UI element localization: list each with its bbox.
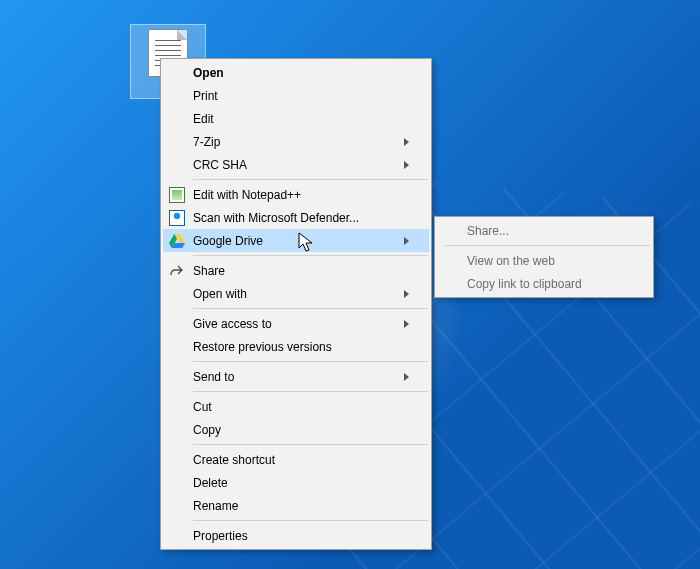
chevron-right-icon	[404, 237, 409, 245]
menu-open-with[interactable]: Open with	[163, 282, 429, 305]
menu-separator	[193, 520, 428, 521]
submenu-share-label: Share...	[467, 224, 631, 238]
chevron-right-icon	[404, 138, 409, 146]
menu-create-shortcut-label: Create shortcut	[193, 453, 409, 467]
menu-restore-prev-label: Restore previous versions	[193, 340, 409, 354]
chevron-right-icon	[404, 161, 409, 169]
chevron-right-icon	[404, 290, 409, 298]
menu-scan-defender[interactable]: Scan with Microsoft Defender...	[163, 206, 429, 229]
menu-crcsha[interactable]: CRC SHA	[163, 153, 429, 176]
menu-properties-label: Properties	[193, 529, 409, 543]
menu-separator	[193, 179, 428, 180]
menu-google-drive-label: Google Drive	[193, 234, 404, 248]
menu-copy[interactable]: Copy	[163, 418, 429, 441]
chevron-right-icon	[404, 320, 409, 328]
submenu-copy-link-label: Copy link to clipboard	[467, 277, 631, 291]
submenu-view-web-label: View on the web	[467, 254, 631, 268]
menu-separator	[193, 444, 428, 445]
menu-edit-label: Edit	[193, 112, 409, 126]
menu-crcsha-label: CRC SHA	[193, 158, 404, 172]
menu-rename[interactable]: Rename	[163, 494, 429, 517]
submenu-view-web[interactable]: View on the web	[437, 249, 651, 272]
defender-icon	[169, 210, 185, 226]
menu-google-drive[interactable]: Google Drive	[163, 229, 429, 252]
menu-edit-notepadpp[interactable]: Edit with Notepad++	[163, 183, 429, 206]
menu-create-shortcut[interactable]: Create shortcut	[163, 448, 429, 471]
submenu-share[interactable]: Share...	[437, 219, 651, 242]
menu-separator	[193, 255, 428, 256]
menu-delete-label: Delete	[193, 476, 409, 490]
menu-open-with-label: Open with	[193, 287, 404, 301]
menu-cut[interactable]: Cut	[163, 395, 429, 418]
menu-edit-npp-label: Edit with Notepad++	[193, 188, 409, 202]
menu-scan-defender-label: Scan with Microsoft Defender...	[193, 211, 409, 225]
menu-properties[interactable]: Properties	[163, 524, 429, 547]
menu-send-to-label: Send to	[193, 370, 404, 384]
menu-copy-label: Copy	[193, 423, 409, 437]
menu-open[interactable]: Open	[163, 61, 429, 84]
menu-separator	[193, 361, 428, 362]
menu-7zip-label: 7-Zip	[193, 135, 404, 149]
google-drive-submenu: Share... View on the web Copy link to cl…	[434, 216, 654, 298]
menu-give-access[interactable]: Give access to	[163, 312, 429, 335]
menu-print[interactable]: Print	[163, 84, 429, 107]
menu-restore-previous[interactable]: Restore previous versions	[163, 335, 429, 358]
menu-delete[interactable]: Delete	[163, 471, 429, 494]
menu-open-label: Open	[193, 66, 409, 80]
submenu-copy-link[interactable]: Copy link to clipboard	[437, 272, 651, 295]
menu-share[interactable]: Share	[163, 259, 429, 282]
share-icon	[169, 263, 185, 279]
context-menu: Open Print Edit 7-Zip CRC SHA Edit with …	[160, 58, 432, 550]
menu-send-to[interactable]: Send to	[163, 365, 429, 388]
menu-print-label: Print	[193, 89, 409, 103]
menu-separator	[445, 245, 650, 246]
menu-share-label: Share	[193, 264, 409, 278]
menu-edit[interactable]: Edit	[163, 107, 429, 130]
google-drive-icon	[169, 233, 185, 249]
notepadpp-icon	[169, 187, 185, 203]
chevron-right-icon	[404, 373, 409, 381]
menu-cut-label: Cut	[193, 400, 409, 414]
menu-rename-label: Rename	[193, 499, 409, 513]
menu-separator	[193, 308, 428, 309]
menu-give-access-label: Give access to	[193, 317, 404, 331]
menu-separator	[193, 391, 428, 392]
menu-7zip[interactable]: 7-Zip	[163, 130, 429, 153]
